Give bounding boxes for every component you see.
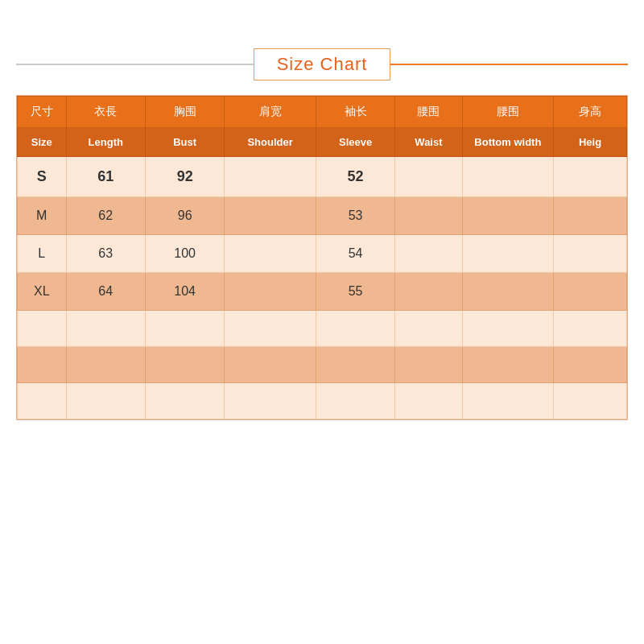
empty-cell bbox=[395, 311, 462, 347]
empty-cell bbox=[18, 383, 67, 419]
empty-cell bbox=[225, 311, 316, 347]
cell-size: XL bbox=[18, 273, 67, 311]
cell-sleeve: 54 bbox=[316, 235, 394, 273]
empty-cell bbox=[554, 311, 627, 347]
col-cn-height: 身高 bbox=[554, 97, 627, 128]
cell-height bbox=[554, 235, 627, 273]
col-en-sleeve: Sleeve bbox=[316, 128, 394, 157]
cell-bottom bbox=[462, 235, 554, 273]
cell-length: 62 bbox=[66, 197, 145, 235]
size-chart-table: 尺寸 衣長 胸围 肩宽 袖长 腰围 腰围 身高 Size Length Bust… bbox=[16, 95, 628, 420]
cell-waist bbox=[395, 273, 462, 311]
empty-cell bbox=[316, 347, 394, 383]
empty-cell bbox=[225, 383, 316, 419]
empty-cell bbox=[316, 311, 394, 347]
cell-bust: 96 bbox=[145, 197, 224, 235]
empty-cell bbox=[462, 383, 554, 419]
col-en-waist: Waist bbox=[395, 128, 462, 157]
empty-cell bbox=[66, 383, 145, 419]
title-line-left bbox=[16, 64, 254, 65]
cell-bottom bbox=[462, 157, 554, 197]
empty-cell bbox=[554, 347, 627, 383]
cell-bust: 100 bbox=[145, 235, 224, 273]
cell-waist bbox=[395, 197, 462, 235]
cell-shoulder bbox=[225, 273, 316, 311]
empty-cell bbox=[554, 383, 627, 419]
header-row-cn: 尺寸 衣長 胸围 肩宽 袖长 腰围 腰围 身高 bbox=[18, 97, 627, 128]
cell-length: 61 bbox=[66, 157, 145, 197]
cell-bottom bbox=[462, 197, 554, 235]
col-en-bottom: Bottom width bbox=[462, 128, 554, 157]
col-en-shoulder: Shoulder bbox=[225, 128, 316, 157]
cell-height bbox=[554, 273, 627, 311]
empty-cell bbox=[145, 383, 224, 419]
empty-cell bbox=[66, 347, 145, 383]
chart-title: Size Chart bbox=[254, 48, 391, 80]
col-en-length: Length bbox=[66, 128, 145, 157]
cell-sleeve: 53 bbox=[316, 197, 394, 235]
empty-cell bbox=[395, 383, 462, 419]
cell-size: L bbox=[18, 235, 67, 273]
cell-shoulder bbox=[225, 197, 316, 235]
col-cn-waist: 腰围 bbox=[395, 97, 462, 128]
extra-empty-row bbox=[18, 347, 627, 383]
cell-bust: 92 bbox=[145, 157, 224, 197]
table-row: L6310054 bbox=[18, 235, 627, 273]
extra-empty-row bbox=[18, 311, 627, 347]
col-cn-bust: 胸围 bbox=[145, 97, 224, 128]
empty-cell bbox=[145, 347, 224, 383]
empty-cell bbox=[395, 347, 462, 383]
cell-length: 63 bbox=[66, 235, 145, 273]
cell-waist bbox=[395, 235, 462, 273]
empty-cell bbox=[18, 347, 67, 383]
extra-empty-row bbox=[18, 383, 627, 419]
cell-height bbox=[554, 197, 627, 235]
empty-cell bbox=[316, 383, 394, 419]
col-cn-length: 衣長 bbox=[66, 97, 145, 128]
cell-length: 64 bbox=[66, 273, 145, 311]
table-row: XL6410455 bbox=[18, 273, 627, 311]
col-cn-bottom: 腰围 bbox=[462, 97, 554, 128]
cell-size: S bbox=[18, 157, 67, 197]
empty-cell bbox=[18, 311, 67, 347]
cell-sleeve: 52 bbox=[316, 157, 394, 197]
cell-shoulder bbox=[225, 235, 316, 273]
col-cn-sleeve: 袖长 bbox=[316, 97, 394, 128]
cell-shoulder bbox=[225, 157, 316, 197]
header-row-en: Size Length Bust Shoulder Sleeve Waist B… bbox=[18, 128, 627, 157]
page-wrapper: Size Chart 尺寸 衣長 胸围 肩宽 bbox=[0, 0, 644, 644]
table-row: S619252 bbox=[18, 157, 627, 197]
cell-waist bbox=[395, 157, 462, 197]
empty-cell bbox=[462, 311, 554, 347]
empty-cell bbox=[66, 311, 145, 347]
cell-sleeve: 55 bbox=[316, 273, 394, 311]
empty-cell bbox=[225, 347, 316, 383]
col-cn-size: 尺寸 bbox=[18, 97, 67, 128]
col-en-bust: Bust bbox=[145, 128, 224, 157]
empty-cell bbox=[145, 311, 224, 347]
empty-cell bbox=[462, 347, 554, 383]
cell-bust: 104 bbox=[145, 273, 224, 311]
title-line-right bbox=[390, 64, 628, 65]
col-en-size: Size bbox=[18, 128, 67, 157]
col-en-height: Heig bbox=[554, 128, 627, 157]
cell-size: M bbox=[18, 197, 67, 235]
cell-height bbox=[554, 157, 627, 197]
col-cn-shoulder: 肩宽 bbox=[225, 97, 316, 128]
cell-bottom bbox=[462, 273, 554, 311]
table-row: M629653 bbox=[18, 197, 627, 235]
title-section: Size Chart bbox=[16, 48, 628, 80]
